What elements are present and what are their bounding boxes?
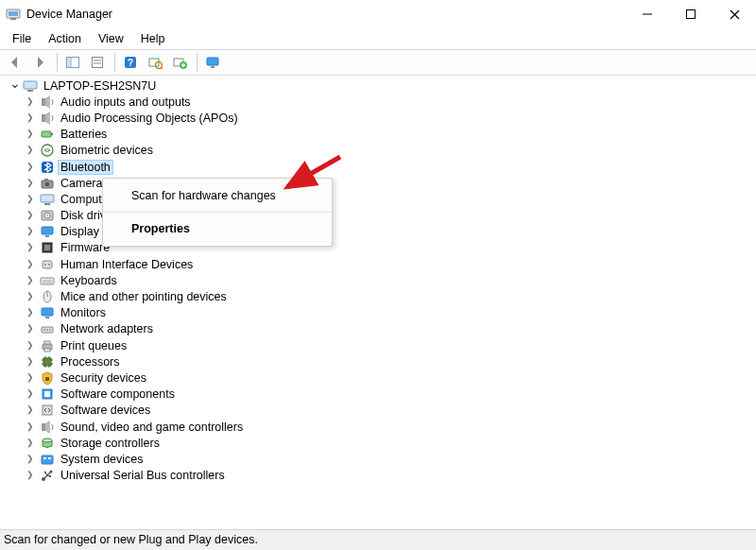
tree-node[interactable]: Security devices (9, 370, 756, 386)
tree-node[interactable]: Audio Processing Objects (APOs) (9, 110, 756, 126)
chevron-right-icon[interactable] (26, 470, 38, 481)
tree-pane: LAPTOP-ESH2SN7UAudio inputs and outputsA… (0, 76, 756, 529)
chevron-right-icon[interactable] (26, 275, 38, 286)
chevron-right-icon[interactable] (26, 242, 38, 253)
tree-node-label: Print queues (59, 339, 129, 352)
tree-node[interactable]: Human Interface Devices (9, 256, 756, 272)
tree-root-node[interactable]: LAPTOP-ESH2SN7U (9, 77, 756, 94)
tree-node[interactable]: Monitors (9, 305, 756, 321)
chevron-right-icon[interactable] (26, 96, 38, 108)
monitor-icon (40, 305, 55, 320)
chevron-right-icon[interactable] (26, 323, 38, 335)
svg-rect-2 (10, 18, 16, 20)
show-hide-tree-button[interactable] (61, 51, 84, 74)
tree-node[interactable]: Biometric devices (9, 143, 756, 159)
devices-monitor-button[interactable] (201, 51, 224, 74)
chevron-right-icon[interactable] (26, 454, 38, 465)
firmware-icon (40, 240, 55, 255)
menu-help[interactable]: Help (132, 30, 174, 47)
chevron-right-icon[interactable] (26, 356, 38, 368)
help-icon: ? (123, 55, 138, 70)
chevron-right-icon[interactable] (26, 438, 38, 449)
chevron-right-icon[interactable] (26, 194, 38, 205)
tree-node[interactable]: Batteries (9, 127, 756, 143)
back-button[interactable] (4, 51, 26, 74)
tree-node[interactable]: Universal Serial Bus controllers (9, 468, 756, 484)
svg-rect-10 (93, 58, 103, 68)
chevron-right-icon[interactable] (26, 178, 38, 189)
chevron-right-icon[interactable] (26, 112, 38, 124)
ctx-scan-hardware[interactable]: Scan for hardware changes (103, 182, 332, 209)
chevron-right-icon[interactable] (26, 129, 38, 140)
tree-node[interactable]: Storage controllers (9, 435, 756, 451)
maximize-button[interactable] (669, 0, 713, 28)
add-legacy-button[interactable] (168, 51, 191, 74)
chevron-right-icon[interactable] (26, 259, 38, 270)
close-button[interactable] (713, 0, 756, 28)
chevron-right-icon[interactable] (26, 340, 38, 352)
toolbar-separator (114, 53, 115, 72)
tree-node-label: Keyboards (59, 274, 119, 287)
svg-rect-4 (687, 10, 696, 19)
tree-node-label: Disk driv (59, 209, 108, 222)
tree-node-label: Software devices (59, 404, 152, 417)
bluetooth-icon (40, 160, 55, 175)
tree-node[interactable]: Processors (9, 353, 756, 370)
chevron-right-icon[interactable] (26, 210, 38, 221)
scan-hardware-button[interactable] (144, 51, 166, 74)
tree-node[interactable]: Keyboards (9, 272, 756, 288)
forward-button[interactable] (28, 51, 51, 74)
menu-action[interactable]: Action (40, 30, 90, 47)
forward-icon (32, 55, 47, 70)
camera-icon (40, 176, 55, 191)
chevron-right-icon[interactable] (26, 307, 38, 318)
tree-node[interactable]: Mice and other pointing devices (9, 288, 756, 304)
tree-node[interactable]: Sound, video and game controllers (9, 419, 756, 435)
usb-icon (40, 468, 55, 483)
tree-node-label: Storage controllers (59, 437, 162, 450)
tree-node-label: Mice and other pointing devices (59, 290, 229, 303)
properties-icon (90, 55, 105, 70)
storage-icon (40, 436, 55, 451)
tree-node[interactable]: Software components (9, 387, 756, 403)
chevron-right-icon[interactable] (26, 291, 38, 302)
cpu-icon (40, 354, 55, 370)
tree-node[interactable]: Audio inputs and outputs (9, 94, 756, 110)
statusbar: Scan for changed or new Plug and Play de… (0, 529, 756, 550)
tree-node[interactable]: Software devices (9, 403, 756, 419)
svg-rect-9 (67, 58, 70, 67)
menu-file[interactable]: File (4, 30, 40, 47)
tree-node-label: Audio inputs and outputs (59, 95, 193, 109)
svg-rect-22 (207, 58, 218, 65)
chevron-right-icon[interactable] (26, 226, 38, 237)
help-button[interactable]: ? (119, 51, 142, 74)
titlebar: Device Manager (0, 0, 756, 28)
display-icon (40, 224, 55, 239)
disk-icon (40, 208, 55, 223)
chevron-right-icon[interactable] (26, 145, 38, 156)
printer-icon (40, 338, 55, 353)
tree-node[interactable]: Print queues (9, 337, 756, 353)
tree-root-label: LAPTOP-ESH2SN7U (42, 79, 158, 93)
ctx-properties[interactable]: Properties (103, 215, 332, 242)
tree-node-label: Human Interface Devices (59, 258, 195, 271)
audio-icon (40, 95, 55, 110)
system-icon (40, 452, 55, 467)
minimize-button[interactable] (626, 0, 669, 28)
chevron-right-icon[interactable] (26, 404, 38, 416)
menu-view[interactable]: View (90, 30, 132, 47)
chevron-right-icon[interactable] (26, 372, 38, 384)
properties-button[interactable] (86, 51, 109, 74)
chevron-right-icon[interactable] (26, 388, 38, 400)
toolbar-separator (57, 53, 58, 72)
tree-node[interactable]: Bluetooth (9, 159, 756, 175)
window-controls (626, 0, 756, 28)
network-icon (40, 321, 55, 336)
chevron-right-icon[interactable] (26, 162, 38, 173)
tree-node[interactable]: Network adapters (9, 321, 756, 337)
tree-node[interactable]: System devices (9, 451, 756, 467)
chevron-down-icon[interactable] (9, 80, 21, 92)
hid-icon (40, 257, 55, 272)
chevron-right-icon[interactable] (26, 421, 38, 433)
toolbar-separator (197, 53, 198, 72)
